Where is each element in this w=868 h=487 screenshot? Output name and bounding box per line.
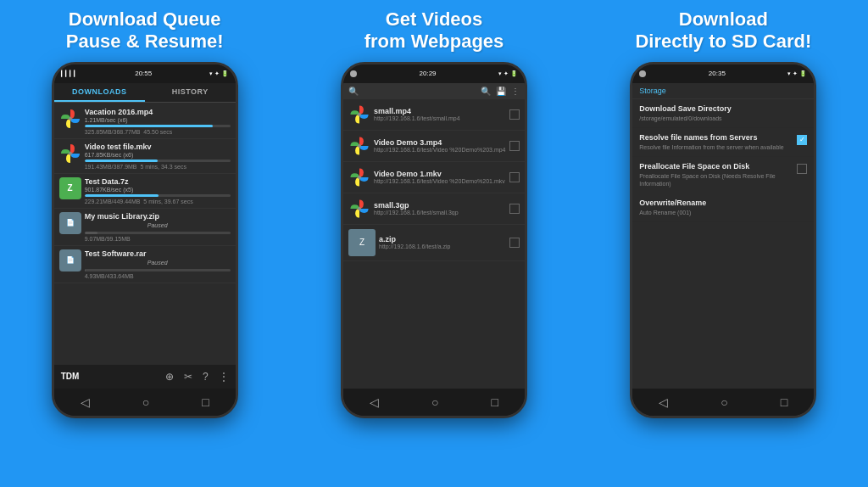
phone-3: 20:35 ▾ ✦ 🔋 Storage Download Save Direct… bbox=[630, 62, 816, 418]
video-info-5: a.zip http://192.168.1.6/test/a.zip bbox=[379, 235, 506, 249]
video-check-4[interactable] bbox=[509, 204, 520, 214]
phone3-screen: Storage Download Save Directory /storage… bbox=[632, 83, 814, 389]
setting-2-row: Resolve file names from Servers Resolve … bbox=[639, 133, 807, 151]
setting-3-title: Preallocate File Space on Disk bbox=[639, 162, 797, 171]
dl-progress-bar-4 bbox=[85, 232, 97, 234]
back-button-3[interactable]: ◁ bbox=[659, 395, 668, 409]
search-input-p2[interactable] bbox=[362, 87, 477, 95]
video-check-2[interactable] bbox=[509, 141, 520, 151]
setting-1-title: Download Save Directory bbox=[639, 104, 732, 113]
footer-title: TDM bbox=[61, 372, 155, 381]
dl-progress-5 bbox=[85, 269, 231, 271]
video-check-5[interactable] bbox=[509, 238, 520, 248]
pinwheel-thumb-4 bbox=[348, 198, 370, 220]
phone2-left-icons bbox=[350, 70, 357, 77]
search-mag-icon[interactable]: 🔍 bbox=[481, 87, 491, 96]
menu-icon[interactable]: ⋮ bbox=[219, 371, 229, 383]
phone1-statusbar: ▎▎▎▎ 20:55 ▾ ✦ 🔋 bbox=[54, 64, 236, 83]
dl-size-1: 325.85MB/368.77MB 45.50 secs bbox=[85, 129, 231, 135]
video-name-2: Video Demo 3.mp4 bbox=[374, 138, 506, 147]
pinwheel-icon-2 bbox=[59, 143, 81, 165]
dl-item-2[interactable]: Video test file.mkv 617.85KB/sec (x6) 19… bbox=[54, 139, 236, 174]
setting-1-row: Download Save Directory /storage/emulate… bbox=[639, 104, 807, 122]
back-button-2[interactable]: ◁ bbox=[370, 395, 379, 409]
svg-point-4 bbox=[358, 176, 361, 179]
svg-point-5 bbox=[358, 207, 361, 210]
setting-2-checkbox[interactable]: ✓ bbox=[797, 135, 807, 145]
dl-item-5[interactable]: 📄 Test Software.rar Paused 4.93MB/433.64… bbox=[54, 246, 236, 283]
dl-size-3: 229.21MB/449.44MB 5 mins, 39.67 secs bbox=[85, 199, 231, 204]
setting-resolve-names[interactable]: Resolve file names from Servers Resolve … bbox=[632, 128, 814, 157]
phone1-right-icons: ▾ ✦ 🔋 bbox=[209, 70, 229, 77]
pinwheel-icon-1 bbox=[59, 108, 81, 130]
setting-preallocate[interactable]: Preallocate File Space on Disk Prealloca… bbox=[632, 157, 814, 193]
home-button-3[interactable]: ○ bbox=[721, 395, 727, 409]
home-button-1[interactable]: ○ bbox=[142, 395, 149, 409]
setting-3-row: Preallocate File Space on Disk Prealloca… bbox=[639, 162, 807, 188]
setting-4-row: Overwrite/Rename Auto Rename (001) bbox=[639, 199, 807, 216]
cut-icon[interactable]: ✂ bbox=[184, 371, 192, 383]
video-item-3[interactable]: Video Demo 1.mkv http://192.168.1.6/test… bbox=[343, 162, 525, 193]
setting-2-subtitle: Resolve file Information from the server… bbox=[639, 143, 797, 151]
dl-icon-3: Z bbox=[59, 177, 81, 199]
setting-4-subtitle: Auto Rename (001) bbox=[639, 209, 706, 216]
video-item-5[interactable]: Z a.zip http://192.168.1.6/test/a.zip bbox=[343, 225, 525, 261]
video-url-4: http://192.168.1.6/test/small.3gp bbox=[374, 210, 506, 216]
video-info-3: Video Demo 1.mkv http://192.168.1.6/test… bbox=[374, 170, 506, 184]
phone3-right-icons: ▾ ✦ 🔋 bbox=[787, 70, 807, 77]
dl-item-4[interactable]: 📄 My music Library.zip Paused 9.07MB/99.… bbox=[54, 209, 236, 246]
video-name-4: small.3gp bbox=[374, 201, 506, 210]
recent-button-1[interactable]: □ bbox=[202, 395, 209, 409]
phone3-statusbar: 20:35 ▾ ✦ 🔋 bbox=[632, 64, 814, 83]
dl-size-4: 9.07MB/99.15MB bbox=[85, 236, 231, 242]
dl-progress-bar-5 bbox=[85, 269, 86, 271]
dl-speed-1: 1.21MB/sec (x6) bbox=[85, 117, 231, 123]
setting-3-checkbox[interactable] bbox=[797, 164, 807, 174]
svg-point-2 bbox=[358, 113, 361, 116]
panel-sd-card: DownloadDirectly to SD Card! 20:35 ▾ ✦ 🔋… bbox=[583, 0, 863, 487]
add-icon[interactable]: ⊕ bbox=[165, 371, 174, 383]
more-icon[interactable]: ⋮ bbox=[511, 87, 520, 96]
recent-button-2[interactable]: □ bbox=[491, 395, 498, 409]
dl-item-3[interactable]: Z Test Data.7z 901.87KB/sec (x5) 229.21M… bbox=[54, 174, 236, 209]
video-info-4: small.3gp http://192.168.1.6/test/small.… bbox=[374, 201, 506, 216]
video-info-2: Video Demo 3.mp4 http://192.168.1.6/test… bbox=[374, 138, 506, 153]
tab-history[interactable]: HISTORY bbox=[145, 83, 236, 102]
dl-speed-3: 901.87KB/sec (x5) bbox=[85, 187, 231, 193]
home-button-2[interactable]: ○ bbox=[431, 395, 438, 409]
video-check-3[interactable] bbox=[509, 172, 520, 182]
video-item-1[interactable]: small.mp4 http://192.168.1.6/test/small.… bbox=[343, 99, 525, 131]
phone1-screen: DOWNLOADS HISTORY Vacation 2016.mp4 bbox=[54, 83, 236, 389]
panel-download-queue: Download QueuePause & Resume! ▎▎▎▎ 20:55… bbox=[5, 0, 285, 487]
dl-info-1: Vacation 2016.mp4 1.21MB/sec (x6) 325.85… bbox=[85, 108, 231, 135]
dl-size-2: 191.43MB/387.9MB 5 mins, 34.3 secs bbox=[85, 164, 231, 170]
dl-icon-4: 📄 bbox=[59, 212, 81, 234]
dl-info-3: Test Data.7z 901.87KB/sec (x5) 229.21MB/… bbox=[85, 177, 231, 204]
dl-item-1[interactable]: Vacation 2016.mp4 1.21MB/sec (x6) 325.85… bbox=[54, 104, 236, 139]
phone-2: 20:29 ▾ ✦ 🔋 🔍 🔍 💾 ⋮ bbox=[341, 62, 527, 418]
video-check-1[interactable] bbox=[509, 109, 520, 120]
tab-downloads[interactable]: DOWNLOADS bbox=[54, 83, 145, 102]
storage-header: Storage bbox=[632, 83, 814, 99]
save-icon[interactable]: 💾 bbox=[496, 87, 506, 96]
dl-progress-bar-1 bbox=[85, 125, 213, 127]
video-item-2[interactable]: Video Demo 3.mp4 http://192.168.1.6/test… bbox=[343, 131, 525, 162]
video-name-1: small.mp4 bbox=[374, 107, 506, 115]
setting-3-text: Preallocate File Space on Disk Prealloca… bbox=[639, 162, 797, 188]
recent-button-3[interactable]: □ bbox=[781, 395, 787, 409]
dl-name-5: Test Software.rar bbox=[85, 249, 231, 258]
phone3-bottom-nav: ◁ ○ □ bbox=[632, 389, 814, 416]
phone2-search-actions: 🔍 💾 ⋮ bbox=[481, 87, 520, 96]
dl-status-5: Paused bbox=[85, 258, 231, 267]
video-item-4[interactable]: small.3gp http://192.168.1.6/test/small.… bbox=[343, 193, 525, 225]
search-icon-p2: 🔍 bbox=[348, 87, 359, 96]
back-button-1[interactable]: ◁ bbox=[81, 395, 90, 409]
help-icon[interactable]: ? bbox=[203, 371, 209, 383]
phone1-time: 20:55 bbox=[135, 70, 152, 77]
phone1-signal-icons: ▎▎▎▎ bbox=[61, 70, 78, 77]
setting-overwrite-rename[interactable]: Overwrite/Rename Auto Rename (001) bbox=[632, 193, 814, 222]
dl-info-4: My music Library.zip Paused 9.07MB/99.15… bbox=[85, 212, 231, 242]
phone2-statusbar: 20:29 ▾ ✦ 🔋 bbox=[343, 64, 525, 83]
setting-save-directory[interactable]: Download Save Directory /storage/emulate… bbox=[632, 99, 814, 128]
setting-2-text: Resolve file names from Servers Resolve … bbox=[639, 133, 797, 151]
